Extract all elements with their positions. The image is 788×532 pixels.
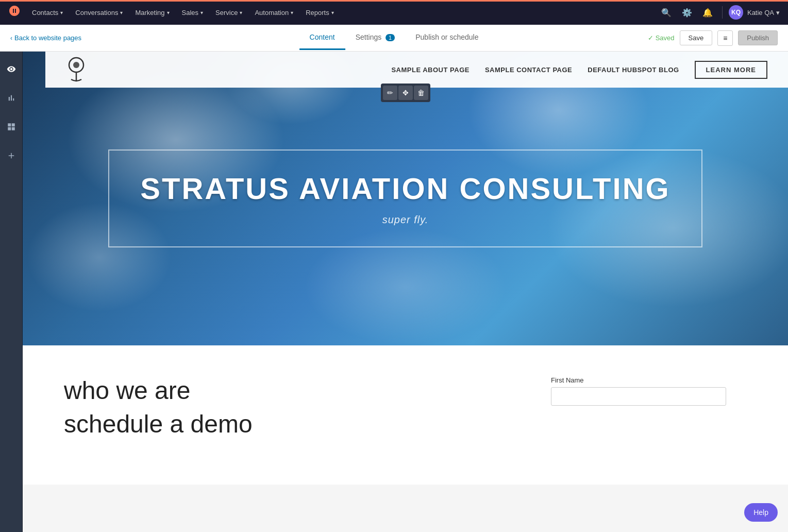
left-column: who we are schedule a demo [64, 376, 510, 454]
page-content-area: ✏ ✥ 🗑 SAMPLE ABOUT PAGE SAMPLE CONTACT P… [23, 52, 788, 532]
schedule-demo-heading: schedule a demo [64, 410, 510, 438]
publish-button[interactable]: Publish [738, 30, 778, 45]
main-layout: ✏ ✥ 🗑 SAMPLE ABOUT PAGE SAMPLE CONTACT P… [0, 52, 788, 532]
nav-contacts[interactable]: Contacts▾ [27, 6, 68, 20]
hero-subtitle: super fly. [140, 214, 670, 226]
top-navigation: Contacts▾ Conversations▾ Marketing▾ Sale… [0, 0, 788, 25]
editor-actions: ✓ Saved Save ≡ Publish [648, 30, 778, 46]
tab-settings[interactable]: Settings 1 [345, 26, 406, 50]
who-we-are-heading: who we are [64, 376, 510, 405]
website-nav-links: SAMPLE ABOUT PAGE SAMPLE CONTACT PAGE DE… [391, 61, 767, 79]
left-sidebar [0, 52, 23, 532]
nav-about-link[interactable]: SAMPLE ABOUT PAGE [391, 66, 470, 74]
help-button[interactable]: Help [744, 503, 778, 522]
avatar: KQ [729, 5, 743, 20]
logo-icon [66, 57, 87, 82]
editor-toolbar: ‹ Back to website pages Content Settings… [0, 25, 788, 52]
below-content: who we are schedule a demo First Name [64, 376, 747, 454]
notifications-button[interactable]: 🔔 [699, 5, 716, 21]
saved-indicator: ✓ Saved [648, 34, 675, 42]
nav-blog-link[interactable]: DEFAULT HUBSPOT BLOG [588, 66, 679, 74]
toolbar-delete-btn[interactable]: 🗑 [414, 86, 428, 100]
nav-marketing[interactable]: Marketing▾ [130, 6, 174, 20]
hubspot-logo[interactable] [8, 5, 21, 20]
hero-content-box[interactable]: STRATUS AVIATION CONSULTING super fly. [108, 149, 702, 247]
tab-publish[interactable]: Publish or schedule [405, 26, 489, 50]
more-options-button[interactable]: ≡ [717, 30, 733, 46]
nav-learn-more-button[interactable]: LEARN MORE [695, 61, 767, 79]
nav-automation[interactable]: Automation▾ [249, 6, 298, 20]
sidebar-modules-icon[interactable] [2, 118, 21, 136]
tab-content[interactable]: Content [299, 26, 345, 50]
sidebar-eye-icon[interactable] [2, 60, 21, 78]
save-button[interactable]: Save [680, 30, 713, 45]
hero-title: STRATUS AVIATION CONSULTING [140, 171, 670, 206]
nav-right-section: 🔍 ⚙️ 🔔 KQ Katie QA ▾ [658, 5, 780, 21]
svg-point-1 [73, 62, 79, 68]
first-name-input[interactable] [551, 387, 726, 406]
settings-button[interactable]: ⚙️ [679, 5, 695, 21]
nav-sales[interactable]: Sales▾ [177, 6, 209, 20]
user-name[interactable]: Katie QA ▾ [747, 9, 780, 16]
first-name-label: First Name [551, 376, 747, 384]
right-column: First Name [551, 376, 747, 454]
toolbar-move-btn[interactable]: ✥ [398, 86, 413, 100]
nav-divider [722, 6, 723, 19]
website-logo [66, 57, 87, 82]
toolbar-edit-btn[interactable]: ✏ [383, 86, 397, 100]
nav-reports[interactable]: Reports▾ [300, 6, 339, 20]
sidebar-add-icon[interactable] [2, 146, 21, 165]
settings-badge: 1 [385, 34, 395, 41]
checkmark-icon: ✓ [648, 34, 653, 42]
below-hero-section: who we are schedule a demo First Name [23, 345, 788, 485]
nav-contact-link[interactable]: SAMPLE CONTACT PAGE [485, 66, 572, 74]
back-to-pages-link[interactable]: ‹ Back to website pages [10, 34, 81, 42]
floating-toolbar: ✏ ✥ 🗑 [381, 84, 430, 102]
nav-service[interactable]: Service▾ [210, 6, 247, 20]
editor-tabs: Content Settings 1 Publish or schedule [299, 26, 489, 50]
nav-conversations[interactable]: Conversations▾ [70, 6, 128, 20]
search-button[interactable]: 🔍 [658, 5, 675, 21]
website-navigation: SAMPLE ABOUT PAGE SAMPLE CONTACT PAGE DE… [45, 52, 788, 88]
sidebar-chart-icon[interactable] [2, 89, 21, 107]
back-arrow-icon: ‹ [10, 35, 12, 42]
